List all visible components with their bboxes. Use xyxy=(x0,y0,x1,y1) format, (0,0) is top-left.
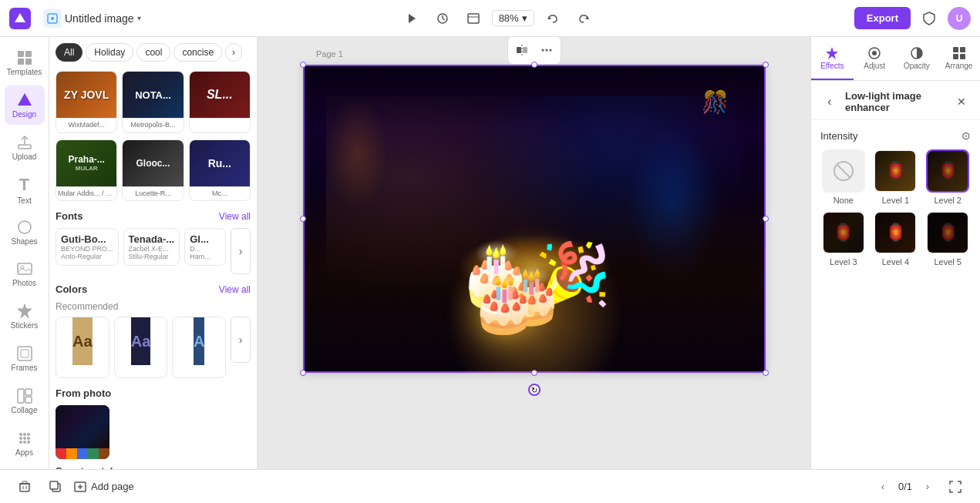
sidebar-item-shapes[interactable]: Shapes xyxy=(5,213,45,252)
sidebar-item-frames[interactable]: Frames xyxy=(5,339,45,378)
undo-button[interactable] xyxy=(541,6,565,31)
intensity-grid: None 🏮 Level 1 xyxy=(820,149,971,267)
svg-marker-15 xyxy=(18,93,32,106)
handle-tr[interactable] xyxy=(763,62,769,68)
intensity-none[interactable]: None xyxy=(820,149,867,205)
intensity-info-icon[interactable]: ⊙ xyxy=(961,129,971,142)
font-item-guti[interactable]: Guti-Bo... BEYOND PRO... Anto-Regular xyxy=(56,228,119,266)
add-page-button[interactable]: Add page xyxy=(74,481,134,493)
sidebar-item-stickers[interactable]: Stickers xyxy=(5,297,45,336)
flip-button[interactable] xyxy=(511,39,533,61)
intensity-level4[interactable]: 🏮 Level 4 xyxy=(873,211,919,267)
tab-adjust-label: Adjust xyxy=(864,62,885,70)
font-preset-slide[interactable]: SL... xyxy=(189,71,251,133)
more-button[interactable] xyxy=(536,39,557,61)
export-button[interactable]: Export xyxy=(854,7,911,29)
view-button[interactable] xyxy=(461,6,486,31)
svg-point-39 xyxy=(541,49,544,52)
add-page-label: Add page xyxy=(91,481,134,492)
font-preset-nota[interactable]: NOTA... Metropolis-B... xyxy=(122,71,184,133)
svg-point-33 xyxy=(19,441,22,444)
shield-button[interactable] xyxy=(917,6,941,31)
color-aa: Aa xyxy=(131,333,151,350)
color-card-1[interactable]: Aa xyxy=(56,317,109,378)
svg-rect-22 xyxy=(18,347,32,360)
font-name: Gl... xyxy=(190,233,221,245)
sidebar-label-frames: Frames xyxy=(12,364,38,372)
intensity-thumbnail-level3: 🏮 xyxy=(822,211,865,254)
zoom-control[interactable]: 88% ▾ xyxy=(492,10,534,26)
rotate-handle[interactable]: ↻ xyxy=(528,384,541,396)
handle-tl[interactable] xyxy=(300,62,306,68)
effects-close-button[interactable]: ✕ xyxy=(952,92,971,111)
tab-adjust[interactable]: Adjust xyxy=(854,37,896,80)
intensity-level5[interactable]: 🏮 Level 5 xyxy=(924,211,971,267)
handle-ml[interactable] xyxy=(300,216,306,222)
sidebar-item-text[interactable]: T Text xyxy=(5,170,45,210)
svg-rect-58 xyxy=(50,481,58,489)
intensity-level3[interactable]: 🏮 Level 3 xyxy=(820,211,867,267)
sidebar-item-apps[interactable]: Apps xyxy=(5,424,45,463)
redo-button[interactable] xyxy=(571,6,596,31)
fullscreen-button[interactable] xyxy=(943,474,968,499)
font-item-tenada[interactable]: Tenada-... Zacbel X-E... Stilu-Regular xyxy=(123,228,180,266)
intensity-level2[interactable]: 🏮 Level 2 xyxy=(924,149,971,205)
tab-cool[interactable]: cool xyxy=(136,43,170,62)
colors-view-all[interactable]: View all xyxy=(219,284,251,295)
handle-br[interactable] xyxy=(763,370,769,376)
effects-back-button[interactable]: ‹ xyxy=(820,92,839,111)
photo-preview-thumb[interactable] xyxy=(56,405,109,459)
sidebar-item-templates[interactable]: Templates xyxy=(5,43,45,82)
bottom-bar: Add page ‹ 0/1 › xyxy=(0,469,980,503)
delete-button[interactable] xyxy=(12,474,37,499)
color-card-2[interactable]: Aa xyxy=(114,317,168,378)
handle-mr[interactable] xyxy=(763,216,769,222)
fonts-view-all[interactable]: View all xyxy=(219,211,251,222)
tab-opacity[interactable]: Opacity xyxy=(896,37,938,80)
right-panel: Effects Adjust Opacity Arrange ‹ Low-lig… xyxy=(810,37,980,469)
sidebar-item-collage[interactable]: Collage xyxy=(5,381,45,421)
copy-button[interactable] xyxy=(43,474,68,499)
tab-arrange[interactable]: Arrange xyxy=(938,37,980,80)
handle-tm[interactable] xyxy=(531,62,537,68)
font-preset-praho[interactable]: Praha-... MULAR Mular Addis... / Anto-Re… xyxy=(56,139,117,202)
intensity-header: Intensity ⊙ xyxy=(820,129,971,142)
colors-more-button[interactable]: › xyxy=(231,317,251,363)
font-item-gl[interactable]: Gl... D... Ham... xyxy=(184,228,226,266)
tab-concise[interactable]: concise xyxy=(173,43,222,62)
fonts-more-button[interactable]: › xyxy=(231,228,251,274)
timer-button[interactable] xyxy=(430,6,455,31)
font-preset-glooc[interactable]: Glooc... Lucette-R... xyxy=(122,139,184,202)
color-card-3[interactable]: A xyxy=(172,317,226,378)
prev-page-button[interactable]: ‹ xyxy=(874,478,892,496)
font-preset-ru[interactable]: Ru... Mc... xyxy=(189,139,251,202)
page-label: Page 1 xyxy=(316,49,343,59)
present-button[interactable] xyxy=(399,6,424,31)
font-card-name: Mular Addis... / Anto-Reg xyxy=(56,186,116,201)
user-avatar[interactable]: U xyxy=(948,7,971,30)
font-preset-zy-jovl[interactable]: ZY JOVL WixMadef... xyxy=(56,71,117,133)
left-panel: All Holiday cool concise › ZY JOVL WixMa… xyxy=(49,37,258,469)
tab-effects[interactable]: Effects xyxy=(811,37,854,80)
effects-header: ‹ Low-light image enhancer ✕ xyxy=(811,81,980,120)
fonts-section: Fonts View all Guti-Bo... BEYOND PRO... … xyxy=(56,210,251,274)
tab-holiday[interactable]: Holiday xyxy=(86,43,133,62)
intensity-label: Intensity xyxy=(820,130,857,142)
tab-effects-label: Effects xyxy=(820,62,844,70)
svg-rect-47 xyxy=(960,47,965,52)
intensity-level4-label: Level 4 xyxy=(882,257,909,267)
svg-point-34 xyxy=(23,441,26,444)
handle-bl[interactable] xyxy=(300,370,306,376)
font-sub1: Zacbel X-E... xyxy=(129,245,175,253)
sidebar-item-design[interactable]: Design xyxy=(5,86,45,125)
panel-scroll: ZY JOVL WixMadef... NOTA... Metropolis-B… xyxy=(49,65,257,469)
sidebar-item-photos[interactable]: Photos xyxy=(5,255,45,294)
sidebar-item-upload[interactable]: Upload xyxy=(5,128,45,167)
document-title-area: Untitled image ▾ xyxy=(43,9,141,28)
topbar-actions: 88% ▾ xyxy=(147,6,848,31)
intensity-level1[interactable]: 🏮 Level 1 xyxy=(873,149,919,205)
next-page-button[interactable]: › xyxy=(918,478,937,496)
title-chevron-icon[interactable]: ▾ xyxy=(137,14,141,22)
tab-all[interactable]: All xyxy=(56,43,83,62)
tab-more-button[interactable]: › xyxy=(225,43,242,62)
